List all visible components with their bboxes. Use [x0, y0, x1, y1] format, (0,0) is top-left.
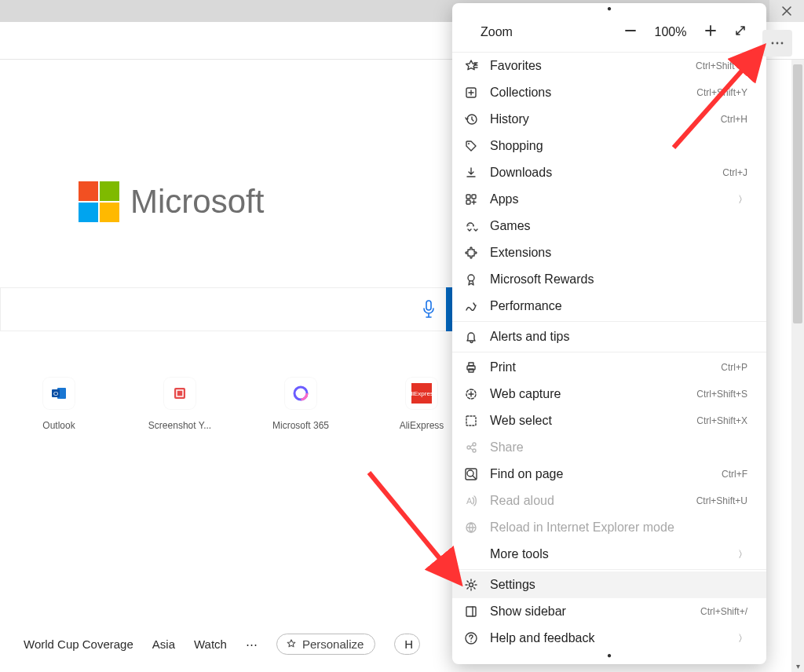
quick-link-label: Outlook — [42, 420, 75, 431]
menu-item-label: Web select — [490, 414, 685, 428]
menu-item-print[interactable]: Print Ctrl+P — [452, 354, 766, 381]
menu-item-shortcut: Ctrl+Shift+X — [696, 415, 747, 426]
select-icon — [463, 414, 479, 428]
ext-icon — [463, 246, 479, 260]
svg-rect-22 — [469, 363, 473, 366]
menu-item-label: Favorites — [490, 59, 685, 73]
scrollbar[interactable]: ▾ — [791, 60, 804, 672]
help-icon — [463, 631, 479, 645]
menu-item-label: Extensions — [490, 246, 747, 260]
menu-grip-icon: ● — [452, 6, 766, 14]
menu-item-games[interactable]: Games — [452, 213, 766, 239]
quick-link-screenshot[interactable]: Screenshot Y... — [144, 378, 215, 431]
feed-link[interactable]: Asia — [152, 637, 175, 651]
microsoft-logo-icon — [79, 181, 119, 222]
print-icon — [463, 360, 479, 374]
menu-item-label: Share — [490, 440, 747, 455]
svg-rect-34 — [466, 607, 476, 616]
menu-item-label: Help and feedback — [490, 631, 727, 645]
zoom-out-button[interactable] — [623, 24, 638, 41]
menu-item-alerts-and-tips[interactable]: Alerts and tips — [452, 323, 766, 350]
search-input[interactable] — [0, 287, 474, 331]
svg-point-27 — [473, 443, 476, 446]
sidebar-icon — [463, 604, 479, 619]
history-icon — [463, 112, 479, 126]
collections-icon — [463, 86, 479, 100]
menu-item-extensions[interactable]: Extensions — [452, 239, 766, 266]
svg-rect-8 — [174, 388, 185, 399]
feed-h-button[interactable]: H — [394, 634, 420, 655]
menu-item-label: Print — [490, 360, 710, 374]
menu-item-more-tools[interactable]: More tools 〉 — [452, 541, 766, 568]
menu-item-label: Reload in Internet Explorer mode — [490, 520, 747, 535]
menu-item-downloads[interactable]: Downloads Ctrl+J — [452, 159, 766, 186]
menu-item-label: Collections — [490, 86, 685, 100]
quick-link-label: Microsoft 365 — [272, 420, 329, 431]
menu-item-label: Games — [490, 219, 747, 233]
outlook-icon: O — [43, 378, 75, 409]
svg-point-19 — [473, 225, 474, 226]
svg-rect-16 — [472, 195, 476, 199]
menu-item-web-capture[interactable]: Web capture Ctrl+Shift+S — [452, 381, 766, 407]
quick-link-label: AliExpress — [400, 420, 444, 431]
tag-icon — [463, 139, 479, 153]
svg-rect-25 — [466, 416, 476, 425]
games-icon — [463, 219, 479, 233]
menu-item-performance[interactable]: Performance — [452, 293, 766, 320]
quick-link-aliexpress[interactable]: AliExpress AliExpress — [386, 378, 457, 431]
feed-link[interactable]: World Cup Coverage — [24, 637, 133, 651]
capture-icon — [463, 387, 479, 401]
menu-item-microsoft-rewards[interactable]: Microsoft Rewards — [452, 266, 766, 293]
menu-item-show-sidebar[interactable]: Show sidebar Ctrl+Shift+/ — [452, 598, 766, 625]
menu-item-reload-in-internet-explorer-mode: Reload in Internet Explorer mode — [452, 514, 766, 541]
svg-line-37 — [674, 50, 760, 148]
screenshot-icon — [164, 378, 196, 409]
bell-icon — [463, 330, 479, 344]
svg-line-38 — [369, 473, 457, 579]
personalize-button[interactable]: Personalize — [276, 634, 375, 655]
menu-item-label: Find on page — [490, 467, 711, 481]
microsoft-logo: Microsoft — [79, 181, 264, 222]
menu-item-shortcut: Ctrl+Shift+U — [696, 495, 747, 506]
menu-item-shortcut: Ctrl+P — [721, 362, 747, 373]
menu-item-label: Apps — [490, 192, 727, 206]
menu-item-apps[interactable]: Apps 〉 — [452, 186, 766, 213]
menu-item-shortcut: Ctrl+F — [722, 469, 747, 480]
svg-rect-3 — [426, 301, 431, 310]
annotation-arrow-top — [660, 38, 785, 163]
quick-link-label: Screenshot Y... — [148, 420, 211, 431]
menu-item-web-select[interactable]: Web select Ctrl+Shift+X — [452, 407, 766, 434]
menu-item-label: Web capture — [490, 387, 685, 401]
menu-item-label: Performance — [490, 299, 747, 313]
menu-item-label: Show sidebar — [490, 604, 689, 619]
menu-item-label: Microsoft Rewards — [490, 272, 747, 287]
reward-icon — [463, 272, 479, 287]
feed-more-icon[interactable]: ⋯ — [246, 637, 258, 652]
menu-item-help-and-feedback[interactable]: Help and feedback 〉 — [452, 625, 766, 652]
menu-item-label: Alerts and tips — [490, 330, 747, 344]
download-icon — [463, 166, 479, 180]
chevron-right-icon: 〉 — [738, 632, 747, 645]
menu-item-settings[interactable]: Settings — [452, 572, 766, 598]
svg-rect-17 — [466, 200, 470, 204]
quick-link-outlook[interactable]: O Outlook — [24, 378, 94, 431]
svg-point-20 — [468, 275, 474, 281]
menu-item-label: Settings — [490, 578, 747, 592]
menu-item-shortcut: Ctrl+Shift+S — [696, 389, 747, 400]
menu-item-find-on-page[interactable]: Find on page Ctrl+F — [452, 461, 766, 488]
scrollbar-thumb[interactable] — [793, 64, 802, 323]
annotation-arrow-bottom — [358, 463, 484, 597]
quick-link-m365[interactable]: Microsoft 365 — [265, 378, 336, 431]
microsoft-logo-text: Microsoft — [130, 183, 264, 221]
menu-item-share: Share — [452, 434, 766, 461]
scrollbar-down-icon[interactable]: ▾ — [791, 662, 804, 670]
svg-text:O: O — [53, 390, 58, 397]
star-icon — [463, 59, 479, 73]
perf-icon — [463, 299, 479, 313]
window-close-button[interactable] — [769, 0, 804, 22]
voice-search-icon[interactable] — [415, 290, 443, 328]
menu-item-shortcut: Ctrl+Shift+/ — [700, 606, 747, 617]
personalize-label: Personalize — [302, 637, 364, 651]
menu-item-read-aloud: A Read aloud Ctrl+Shift+U — [452, 488, 766, 514]
feed-link[interactable]: Watch — [194, 637, 227, 651]
